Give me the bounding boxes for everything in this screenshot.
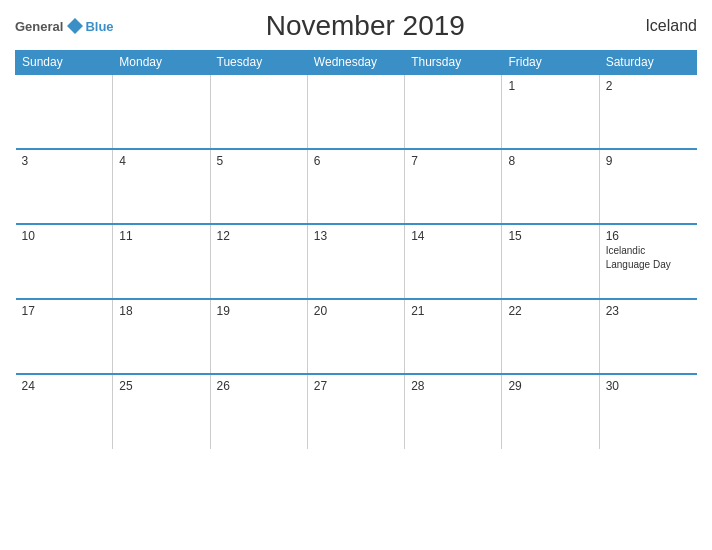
calendar-cell: 21 — [405, 299, 502, 374]
day-number: 20 — [314, 304, 398, 318]
calendar-cell: 29 — [502, 374, 599, 449]
calendar-cell: 2 — [599, 74, 696, 149]
calendar-week-row: 3456789 — [16, 149, 697, 224]
day-number: 26 — [217, 379, 301, 393]
calendar-cell: 23 — [599, 299, 696, 374]
day-number: 15 — [508, 229, 592, 243]
calendar-cell — [16, 74, 113, 149]
calendar-cell: 25 — [113, 374, 210, 449]
calendar-cell: 9 — [599, 149, 696, 224]
calendar-week-row: 24252627282930 — [16, 374, 697, 449]
page-title: November 2019 — [114, 10, 617, 42]
calendar-cell: 8 — [502, 149, 599, 224]
calendar-cell: 26 — [210, 374, 307, 449]
calendar-cell: 6 — [307, 149, 404, 224]
calendar-cell — [113, 74, 210, 149]
calendar-cell — [210, 74, 307, 149]
calendar-cell: 22 — [502, 299, 599, 374]
day-number: 21 — [411, 304, 495, 318]
day-number: 7 — [411, 154, 495, 168]
day-number: 18 — [119, 304, 203, 318]
day-number: 30 — [606, 379, 691, 393]
day-number: 17 — [22, 304, 107, 318]
day-number: 27 — [314, 379, 398, 393]
day-number: 24 — [22, 379, 107, 393]
header-sunday: Sunday — [16, 51, 113, 75]
logo-blue-text: Blue — [85, 19, 113, 34]
svg-marker-0 — [67, 18, 83, 34]
day-number: 8 — [508, 154, 592, 168]
day-number: 19 — [217, 304, 301, 318]
day-number: 28 — [411, 379, 495, 393]
calendar-week-row: 17181920212223 — [16, 299, 697, 374]
day-number: 9 — [606, 154, 691, 168]
day-number: 25 — [119, 379, 203, 393]
day-number: 6 — [314, 154, 398, 168]
day-number: 11 — [119, 229, 203, 243]
day-number: 12 — [217, 229, 301, 243]
header-tuesday: Tuesday — [210, 51, 307, 75]
day-number: 23 — [606, 304, 691, 318]
calendar-cell: 28 — [405, 374, 502, 449]
event-label: Icelandic Language Day — [606, 245, 671, 270]
header-saturday: Saturday — [599, 51, 696, 75]
country-label: Iceland — [617, 17, 697, 35]
calendar-cell: 5 — [210, 149, 307, 224]
logo-flag-icon — [65, 16, 85, 36]
day-number: 4 — [119, 154, 203, 168]
calendar-cell: 18 — [113, 299, 210, 374]
calendar-cell: 10 — [16, 224, 113, 299]
calendar-page: General Blue November 2019 Iceland Sunda… — [0, 0, 712, 550]
calendar-cell: 4 — [113, 149, 210, 224]
calendar-cell: 27 — [307, 374, 404, 449]
weekday-header-row: Sunday Monday Tuesday Wednesday Thursday… — [16, 51, 697, 75]
day-number: 29 — [508, 379, 592, 393]
header-wednesday: Wednesday — [307, 51, 404, 75]
calendar-cell — [405, 74, 502, 149]
day-number: 10 — [22, 229, 107, 243]
logo: General Blue — [15, 16, 114, 36]
calendar-cell: 3 — [16, 149, 113, 224]
day-number: 3 — [22, 154, 107, 168]
calendar-cell: 7 — [405, 149, 502, 224]
day-number: 16 — [606, 229, 691, 243]
calendar-cell — [307, 74, 404, 149]
calendar-week-row: 12 — [16, 74, 697, 149]
calendar-cell: 20 — [307, 299, 404, 374]
header-friday: Friday — [502, 51, 599, 75]
calendar-cell: 11 — [113, 224, 210, 299]
day-number: 14 — [411, 229, 495, 243]
calendar-cell: 1 — [502, 74, 599, 149]
header-monday: Monday — [113, 51, 210, 75]
calendar-cell: 19 — [210, 299, 307, 374]
calendar-cell: 15 — [502, 224, 599, 299]
calendar-table: Sunday Monday Tuesday Wednesday Thursday… — [15, 50, 697, 449]
header: General Blue November 2019 Iceland — [15, 10, 697, 42]
calendar-cell: 24 — [16, 374, 113, 449]
day-number: 13 — [314, 229, 398, 243]
calendar-cell: 13 — [307, 224, 404, 299]
calendar-cell: 16Icelandic Language Day — [599, 224, 696, 299]
calendar-week-row: 10111213141516Icelandic Language Day — [16, 224, 697, 299]
day-number: 2 — [606, 79, 691, 93]
day-number: 5 — [217, 154, 301, 168]
calendar-cell: 12 — [210, 224, 307, 299]
calendar-cell: 17 — [16, 299, 113, 374]
calendar-cell: 30 — [599, 374, 696, 449]
day-number: 22 — [508, 304, 592, 318]
logo-general-text: General — [15, 19, 63, 34]
header-thursday: Thursday — [405, 51, 502, 75]
calendar-cell: 14 — [405, 224, 502, 299]
day-number: 1 — [508, 79, 592, 93]
